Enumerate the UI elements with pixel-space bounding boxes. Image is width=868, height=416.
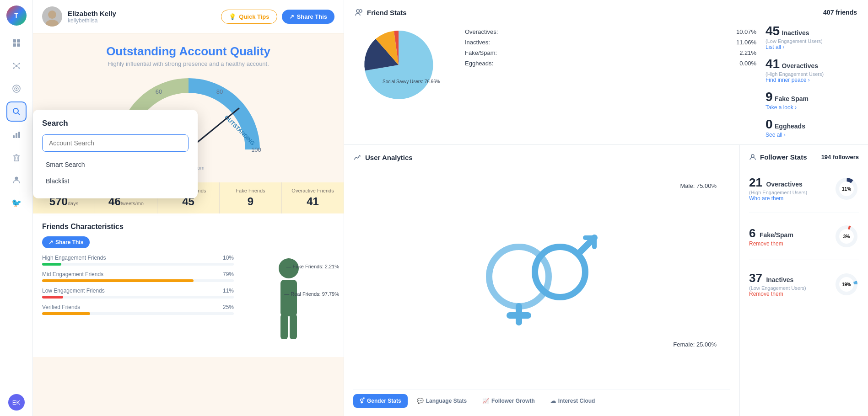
share-this-button-header[interactable]: ↗ Share This [282,10,334,24]
svg-rect-20 [18,132,20,138]
mini-chart-inactives: 19% [834,272,859,297]
follower-icon [749,154,756,161]
follower-num-overactives: 21 [749,176,762,189]
sidebar-item-dashboard[interactable] [6,33,27,53]
bar-fill-mid [42,279,194,282]
language-icon: 💬 [417,398,424,404]
follower-link-overactives[interactable]: Who are them [749,195,834,202]
person-icon [12,176,21,185]
stat-link-fakespam[interactable]: Take a look › [766,104,857,111]
legend-inactives: Inactives: 11.06% [465,39,756,46]
svg-rect-2 [13,43,16,47]
follower-stats-header: Follower Stats 194 followers [749,153,859,161]
friend-stats-header: Friend Stats 407 friends [355,8,857,16]
follower-type-overactives: Overactives [766,181,802,188]
sidebar-item-network[interactable] [6,56,27,76]
share-icon-header: ↗ [289,13,294,20]
follower-row-overactives: 21 Overactives (High Engagement Users) W… [749,176,859,202]
bar-pct-low: 11% [223,288,234,294]
bar-row-high: High Engagement Friends 10% [42,255,234,266]
stat-num-eggheads: 0 [766,117,773,131]
bar-fill-verified [42,312,90,315]
follower-row-fakespam: 6 Fake/Spam Remove them 3% [749,224,859,249]
sidebar-item-target[interactable] [6,79,27,99]
tab-follower-growth[interactable]: 📈 Follower Growth [476,394,541,408]
account-search-input[interactable] [42,134,189,152]
bar-track-high [42,263,234,266]
gender-icon: ⚥ [360,398,365,404]
analytics-icon [353,153,361,161]
user-avatar [42,6,62,27]
tab-interest-cloud[interactable]: ☁ Interest Cloud [544,394,602,408]
follower-type-fakespam: Fake/Spam [760,231,793,239]
app-logo[interactable]: T [6,5,27,26]
pie-chart-area: Social Savvy Users: 76.66% [355,24,456,106]
stat-num-inactives: 45 [766,24,780,38]
stat-num-overactives: 41 [766,57,780,71]
friends-content: High Engagement Friends 10% Mid Engageme… [42,255,334,348]
bar-chart-icon [12,130,21,139]
follower-stats-label: Follower Stats [760,153,807,161]
left-panel: Elizabeth Kelly kellybethlisa 💡 Quick Ti… [33,0,344,416]
sidebar-item-trash[interactable] [6,147,27,167]
search-icon [12,107,21,116]
tab-gender-stats[interactable]: ⚥ Gender Stats [353,394,408,408]
network-icon [12,61,21,70]
follower-link-inactives[interactable]: Remove them [749,291,834,297]
stat-type-fakespam: Fake Spam [775,95,809,102]
lightbulb-icon: 💡 [229,13,236,20]
sidebar-item-twitter[interactable]: 🐦 [6,193,27,213]
share-this-button-friends[interactable]: ↗ Share This [42,236,90,248]
cloud-label: Interest Cloud [558,398,595,404]
stat-link-overactives[interactable]: Find inner peace › [766,77,857,83]
bar-track-verified [42,312,234,315]
follower-stats-title: Follower Stats [749,153,807,161]
stat-num-fakespam: 9 [766,90,773,104]
stat-label-fake: Fake Friends [224,188,277,193]
growth-icon: 📈 [482,398,489,404]
friend-stats-section: Friend Stats 407 friends [344,0,868,145]
quality-subtitle: Highly influential with strong presence … [42,60,334,67]
analytics-title: User Analytics [353,153,413,161]
quick-tips-button[interactable]: 💡 Quick Tips [221,10,277,24]
divider-1 [749,213,859,213]
svg-rect-38 [280,280,297,316]
stat-card-overactive: Overactive Friends 41 [282,182,344,213]
friend-stats-label: Friend Stats [367,9,407,16]
stat-type-overactives: Overactives [782,62,818,69]
friend-stat-cards: 45 Inactives (Low Engagement Users) List… [766,24,857,138]
follower-link-fakespam[interactable]: Remove them [749,240,834,247]
human-figure-area: — Fake Friends: 2.21% — Real Friends: 97… [243,255,334,348]
cloud-icon: ☁ [550,398,556,404]
bar-pct-mid: 79% [223,271,234,277]
main-content: Elizabeth Kelly kellybethlisa 💡 Quick Ti… [33,0,868,416]
annotation-fake: — Fake Friends: 2.21% [286,264,339,269]
sidebar-item-search[interactable] [6,101,27,122]
male-pct-label: Male: 75.00% [680,182,717,189]
stat-link-eggheads[interactable]: See all › [766,132,857,138]
svg-line-12 [16,66,19,68]
follower-count: 194 followers [821,154,859,160]
search-option-smart[interactable]: Smart Search [42,156,189,173]
sidebar-item-charts[interactable] [6,124,27,144]
svg-text:80: 80 [216,88,222,95]
target-icon [12,84,21,93]
search-option-blacklist[interactable]: Blacklist [42,173,189,189]
share-label-friends: Share This [55,239,83,245]
svg-point-50 [751,155,754,157]
tab-language-stats[interactable]: 💬 Language Stats [410,394,473,408]
mini-chart-overactives: 11% [834,176,859,201]
svg-rect-40 [290,314,297,339]
sidebar-item-users[interactable] [6,170,27,190]
svg-point-27 [48,11,56,19]
twitter-icon: 🐦 [11,198,22,208]
stat-link-inactives[interactable]: List all › [766,44,857,50]
donut-label-overactives: 11% [842,186,851,191]
bar-pct-verified: 25% [223,304,234,310]
svg-point-26 [15,177,18,180]
stat-num-fake: 9 [224,195,277,208]
search-dropdown: Search Smart Search Blacklist [33,110,198,198]
svg-rect-39 [280,314,288,339]
svg-rect-18 [13,135,15,138]
user-avatar-sidebar[interactable]: EK [8,394,25,411]
